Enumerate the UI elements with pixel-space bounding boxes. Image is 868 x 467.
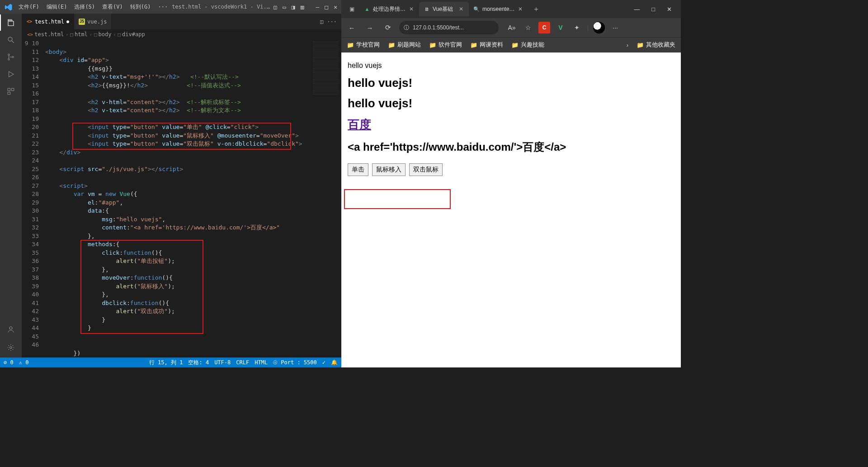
new-tab-button[interactable]: ＋ [528, 5, 544, 14]
layout-customize-icon[interactable]: ▥ [298, 4, 307, 10]
document-favicon-icon: 🗎 [424, 6, 430, 12]
close-tab-icon[interactable]: ✕ [458, 6, 464, 12]
extensions-icon[interactable] [5, 86, 16, 97]
split-editor-icon[interactable]: ◫ [320, 19, 323, 25]
layout-right-icon[interactable]: ◨ [289, 4, 297, 10]
menu-more-icon[interactable]: ··· [155, 4, 171, 10]
breadcrumbs[interactable]: <>test.html › ⬚html › ⬚body › ⬚div#app [22, 29, 341, 39]
status-cursor[interactable]: 行 15, 列 1 [149, 359, 183, 367]
bookmark-folder[interactable]: 📁学校官网 [347, 41, 380, 49]
browser-toolbar: ← → ⟳ ⓘ 127.0.0.1:5500/test... A» ☆ C V … [341, 18, 681, 37]
annotation-box-buttons [344, 189, 451, 209]
gear-icon[interactable] [5, 342, 16, 353]
bookmark-folder[interactable]: 📁网课资料 [470, 41, 503, 49]
maximize-button[interactable]: □ [322, 4, 330, 10]
extension-vue-icon[interactable]: V [555, 22, 566, 33]
tab-test-html[interactable]: <> test.html ● [22, 14, 74, 29]
browser-tabstrip: ▣ ▲ 处理边界情… ✕ 🗎 Vue基础 ✕ 🔍 monseente… ✕ ＋ … [341, 0, 681, 18]
vscode-window: 文件(F) 编辑(E) 选择(S) 查看(V) 转到(G) ··· test.h… [0, 0, 341, 367]
run-debug-icon[interactable] [5, 69, 16, 80]
source-control-icon[interactable] [5, 52, 16, 62]
tab-vue-js[interactable]: JS vue.js [74, 14, 112, 29]
bookmark-folder[interactable]: 📁刷题网站 [388, 41, 421, 49]
address-bar[interactable]: ⓘ 127.0.0.1:5500/test... [399, 21, 499, 34]
window-title: test.html - vscodeWork1 - Vi... [172, 4, 270, 10]
site-info-icon[interactable]: ⓘ [404, 24, 409, 32]
status-lang[interactable]: HTML [255, 359, 268, 366]
click-button[interactable] [348, 163, 368, 176]
menu-view[interactable]: 查看(V) [99, 3, 126, 11]
search-icon[interactable] [5, 34, 16, 45]
minimize-button[interactable]: — [630, 5, 643, 14]
forward-button[interactable]: → [363, 24, 377, 32]
status-port[interactable]: ⦾ Port : 5500 [273, 359, 317, 366]
close-button[interactable]: ✕ [663, 5, 675, 14]
plain-msg: hello vuejs [348, 62, 675, 70]
status-bell-icon[interactable]: 🔔 [331, 359, 338, 366]
status-spaces[interactable]: 空格: 4 [188, 359, 209, 367]
tag-icon: ⬚ [94, 32, 97, 38]
browser-tab-3[interactable]: 🔍 monseente… ✕ [469, 2, 528, 16]
maximize-button[interactable]: □ [648, 5, 659, 14]
minimize-button[interactable]: — [314, 4, 322, 10]
menu-edit[interactable]: 编辑(E) [43, 3, 71, 11]
folder-icon: 📁 [637, 42, 644, 48]
menu-goto[interactable]: 转到(G) [127, 3, 154, 11]
folder-icon: 📁 [511, 42, 519, 48]
read-aloud-icon[interactable]: A» [506, 22, 518, 33]
tab-actions-icon[interactable]: ▣ [344, 6, 359, 12]
svg-point-4 [12, 56, 14, 57]
menu-more-icon[interactable]: ··· [609, 22, 621, 33]
status-warnings[interactable]: ⚠ 0 [19, 359, 29, 366]
tab-label: test.html [35, 19, 64, 25]
svg-point-2 [8, 54, 9, 55]
browser-tab-1[interactable]: ▲ 处理边界情… ✕ [359, 2, 419, 16]
annotation-box-inputs [72, 123, 291, 150]
editor-area[interactable]: 9 10 11 12 13 14 15 16 17 18 19 20 21 22… [22, 39, 341, 357]
menu-file[interactable]: 文件(F) [15, 3, 42, 11]
layout-bottom-icon[interactable]: ▭ [280, 4, 288, 10]
bookmarks-bar: 📁学校官网 📁刷题网站 📁软件官网 📁网课资料 📁兴趣技能 › 📁其他收藏夹 [341, 37, 681, 52]
html-file-icon: <> [26, 19, 33, 25]
vue-favicon-icon: ▲ [364, 6, 370, 12]
profile-avatar[interactable] [593, 22, 605, 33]
account-icon[interactable] [5, 324, 16, 335]
minimap[interactable] [310, 39, 341, 357]
folder-icon: 📁 [347, 42, 354, 48]
back-button[interactable]: ← [345, 24, 359, 32]
svg-rect-5 [8, 88, 10, 91]
more-actions-icon[interactable]: ··· [327, 19, 337, 25]
title-layout-icons: ◫ ▭ ◨ ▥ [271, 4, 306, 10]
tab-actions: ◫ ··· [316, 14, 341, 29]
svg-point-0 [8, 37, 12, 41]
status-encoding[interactable]: UTF-8 [214, 359, 231, 366]
dirty-dot-icon: ● [66, 19, 69, 24]
mouseenter-button[interactable] [372, 163, 406, 176]
close-button[interactable]: ✕ [331, 4, 340, 10]
status-errors[interactable]: ⊘ 0 [4, 359, 14, 366]
bookmark-folder[interactable]: 📁软件官网 [429, 41, 462, 49]
bookmarks-overflow-icon[interactable]: › [627, 42, 628, 48]
refresh-button[interactable]: ⟳ [381, 24, 395, 32]
bookmark-folder[interactable]: 📁兴趣技能 [511, 41, 544, 49]
folder-icon: 📁 [470, 42, 477, 48]
chevron-right-icon: › [90, 32, 92, 37]
dblclick-button[interactable] [409, 163, 443, 176]
edge-browser: ▣ ▲ 处理边界情… ✕ 🗎 Vue基础 ✕ 🔍 monseente… ✕ ＋ … [341, 0, 681, 367]
status-eol[interactable]: CRLF [236, 359, 249, 366]
explorer-icon[interactable] [5, 17, 16, 28]
favorite-icon[interactable]: ☆ [522, 22, 534, 33]
menu-select[interactable]: 选择(S) [71, 3, 98, 11]
close-tab-icon[interactable]: ✕ [517, 6, 524, 12]
extension-c-icon[interactable]: C [538, 22, 550, 33]
address-text: 127.0.0.1:5500/test... [413, 24, 464, 31]
status-prettier-icon[interactable]: ✓ [322, 359, 326, 366]
baidu-link[interactable]: 百度 [348, 118, 371, 131]
code-content[interactable]: <body> <div id="app"> {{msg}} <h2 v-text… [45, 39, 310, 357]
bookmark-other[interactable]: 📁其他收藏夹 [637, 41, 675, 49]
browser-tab-2[interactable]: 🗎 Vue基础 ✕ [419, 2, 469, 16]
window-controls: — □ ✕ [314, 4, 340, 10]
layout-left-icon[interactable]: ◫ [271, 4, 279, 10]
close-tab-icon[interactable]: ✕ [408, 6, 415, 12]
extensions-icon[interactable]: ✦ [571, 22, 583, 33]
